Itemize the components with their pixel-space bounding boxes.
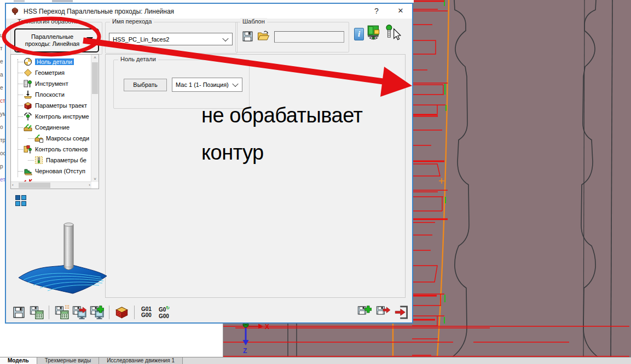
- tree-item-safety[interactable]: Параметры бе: [11, 155, 91, 166]
- hss-operation-dialog: HSS Переход Параллельные проходы: Линейн…: [5, 3, 413, 324]
- exit-icon[interactable]: [394, 305, 409, 320]
- tab-motion-study[interactable]: Исследование движения 1: [99, 357, 183, 364]
- operation-tree-panel: Ноль деталиГеометрияИнструментПлоскостиП…: [10, 54, 99, 189]
- gcode-label: G0: [159, 307, 166, 313]
- tree-item-part-zero[interactable]: Ноль детали: [11, 56, 91, 67]
- tree-item-label: Ноль детали: [35, 58, 74, 65]
- open-template-icon[interactable]: [257, 30, 270, 43]
- select-button[interactable]: Выбрать: [124, 79, 167, 91]
- help-button[interactable]: ?: [369, 5, 384, 17]
- operation-name-group: Имя перехода HSS_PC_Lin_faces2: [105, 22, 238, 54]
- scrollbar-thumb[interactable]: [92, 62, 98, 94]
- gcode-label: G00: [141, 312, 152, 318]
- tool-cursor-icon[interactable]: [384, 24, 402, 42]
- tree-item-label: Инструмент: [35, 80, 68, 87]
- save-calc-icon[interactable]: [29, 305, 44, 320]
- close-button[interactable]: ✕: [393, 5, 408, 17]
- tree-item-label: Контроль инструме: [35, 113, 89, 120]
- technology-value-line2: проходы: Линейная: [25, 40, 80, 47]
- operation-name-label: Имя перехода: [110, 18, 154, 25]
- gcode-g01-icon[interactable]: G01 G00: [141, 306, 152, 318]
- scroll-up-icon[interactable]: ˄: [91, 55, 99, 60]
- tool-control-icon: [24, 112, 33, 121]
- tree-item-levels[interactable]: Плоскости: [11, 89, 91, 100]
- toolbar-separator: [109, 306, 109, 319]
- tree-item-link[interactable]: Соединение: [11, 122, 91, 133]
- scroll-down-icon[interactable]: ˅: [91, 177, 99, 181]
- collision-icon: [24, 145, 33, 154]
- gcode-g0-icon[interactable]: G0↻ G00: [159, 305, 170, 319]
- geometry-icon: [24, 68, 33, 77]
- tree-item-link-macros[interactable]: Макросы соеди: [11, 133, 91, 144]
- position-combobox[interactable]: Мас 1 (1- Позиция): [172, 78, 242, 92]
- levels-icon: [24, 90, 33, 99]
- tree-item-label: Параметры бе: [46, 157, 86, 163]
- path-params-icon: [24, 101, 33, 110]
- scrollbar-thumb[interactable]: [19, 183, 50, 188]
- save-add-icon[interactable]: [357, 305, 372, 320]
- link-macros-icon: [34, 134, 44, 143]
- part-zero-group: Ноль детали Выбрать Мас 1 (1- Позиция): [113, 60, 250, 109]
- save-template-icon[interactable]: [242, 31, 253, 42]
- tree-item-rough[interactable]: Черновая (Отступ: [11, 166, 91, 177]
- tree-item-label: Черновая (Отступ: [35, 168, 85, 174]
- gcode-label: G00: [159, 313, 170, 319]
- chevron-down-icon: [222, 35, 228, 41]
- toolbar-separator: [134, 306, 135, 319]
- property-panel-empty: [0, 324, 223, 357]
- template-group: Шаблон: [235, 22, 349, 52]
- tree-item-tool[interactable]: Инструмент: [11, 78, 91, 89]
- page-content-panel: Ноль детали Выбрать Мас 1 (1- Позиция): [105, 54, 406, 298]
- tree-item-collision[interactable]: Контроль столкнов: [11, 144, 91, 155]
- operation-name-value: HSS_PC_Lin_faces2: [113, 36, 169, 43]
- tree-item-label: Соединение: [35, 124, 70, 131]
- operation-name-combobox[interactable]: HSS_PC_Lin_faces2: [109, 33, 233, 45]
- template-field[interactable]: [274, 31, 344, 43]
- part-zero-group-label: Ноль детали: [118, 56, 158, 62]
- tree-item-label: Геометрия: [35, 69, 65, 76]
- tool-icon: [24, 79, 33, 88]
- tree-vertical-scrollbar[interactable]: ˄ ˅: [91, 55, 99, 182]
- tab-model[interactable]: Модель: [0, 357, 37, 364]
- position-value: Мас 1 (1- Позиция): [176, 81, 229, 88]
- technology-group-label: Технология обработки: [15, 18, 82, 25]
- tree-item-label: Макросы соеди: [46, 135, 89, 142]
- tree-item-geometry[interactable]: Геометрия: [11, 67, 91, 78]
- save-screen-arrow-icon[interactable]: [72, 305, 86, 320]
- tree-item-tool-control[interactable]: Контроль инструме: [11, 111, 91, 122]
- save-screen-plus-icon[interactable]: [89, 305, 104, 320]
- tree-item-path-params[interactable]: Параметры траект: [11, 100, 91, 111]
- template-group-label: Шаблон: [240, 18, 267, 25]
- tree-item-label: Плоскости: [35, 91, 65, 98]
- technology-group: Технология обработки Параллельные проход…: [10, 22, 102, 55]
- gcode-label: G01: [141, 306, 152, 312]
- machine-preview-icon[interactable]: [366, 25, 383, 41]
- scroll-right-icon[interactable]: ›: [89, 183, 90, 187]
- dialog-title: HSS Переход Параллельные проходы: Линейн…: [24, 8, 174, 15]
- safety-icon: [34, 156, 44, 165]
- technology-value-line1: Параллельные: [31, 33, 73, 40]
- dropdown-triangle-icon: [86, 37, 93, 42]
- save-icon[interactable]: [11, 305, 26, 320]
- link-icon: [24, 123, 33, 132]
- green-clock-icon: ↻: [166, 306, 170, 310]
- info-icon[interactable]: i: [354, 28, 364, 40]
- technology-dropdown-button[interactable]: Параллельные проходы: Линейная: [14, 28, 99, 52]
- tab-3d-views[interactable]: Трехмерные виды: [37, 357, 99, 364]
- part-zero-icon: [24, 57, 33, 66]
- axis-x-label: X: [265, 323, 269, 331]
- dialog-title-bar[interactable]: HSS Переход Параллельные проходы: Линейн…: [6, 4, 412, 19]
- app-icon: [10, 7, 20, 16]
- save-exit-icon[interactable]: [375, 305, 390, 320]
- save-calc-lines-icon[interactable]: [54, 305, 69, 320]
- simulate-stack-icon[interactable]: [114, 305, 129, 320]
- chevron-down-icon: [232, 81, 238, 87]
- toolbar-separator: [49, 306, 49, 319]
- axis-z-label: Z: [243, 347, 247, 355]
- rough-icon: [24, 167, 33, 175]
- tree-item-finish[interactable]: [11, 177, 91, 181]
- background-feature-tree-sliver: цтеаестумотросрет: [0, 3, 5, 324]
- view-layout-icon[interactable]: [15, 195, 27, 207]
- scroll-left-icon[interactable]: ‹: [12, 183, 14, 187]
- tree-horizontal-scrollbar[interactable]: ‹ ›: [11, 181, 91, 189]
